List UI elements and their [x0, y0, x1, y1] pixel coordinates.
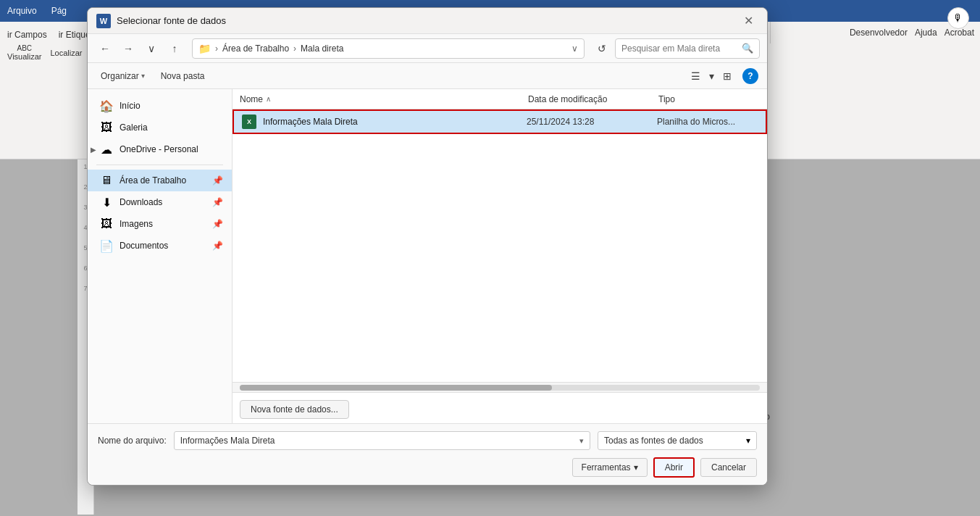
- sidebar-inicio-label: Início: [120, 101, 223, 111]
- downloads-icon: ⬇: [99, 196, 114, 209]
- dialog-titlebar: W Selecionar fonte de dados ✕: [88, 8, 767, 34]
- onedrive-icon: ☁: [99, 143, 114, 157]
- images-icon: 🖼: [99, 217, 114, 230]
- menu-acrobat[interactable]: Acrobat: [945, 28, 974, 38]
- table-row[interactable]: X Informações Mala Direta 25/11/2024 13:…: [233, 109, 767, 134]
- sidebar-downloads-label: Downloads: [120, 197, 206, 207]
- open-button[interactable]: Abrir: [653, 457, 695, 478]
- gallery-icon: 🖼: [99, 121, 114, 134]
- home-icon: 🏠: [99, 99, 114, 113]
- sidebar-imagens-label: Imagens: [120, 219, 206, 229]
- filename-dropdown-icon[interactable]: ▾: [579, 436, 584, 446]
- sidebar-galeria-label: Galeria: [120, 122, 223, 133]
- tools-button[interactable]: Ferramentas ▾: [572, 458, 648, 477]
- sidebar-item-onedrive[interactable]: ▶ ☁ OneDrive - Personal: [88, 138, 232, 160]
- nova-fonte-button[interactable]: Nova fonte de dados...: [240, 400, 349, 419]
- filelist-header: Nome ∧ Data de modificação Tipo: [233, 89, 767, 109]
- sidebar-item-documentos[interactable]: 📄 Documentos 📌: [88, 235, 232, 257]
- documents-icon: 📄: [99, 239, 114, 253]
- path-segment-desktop[interactable]: Área de Trabalho: [222, 43, 289, 54]
- sidebar-onedrive-label: OneDrive - Personal: [120, 144, 223, 154]
- organizar-button[interactable]: Organizar ▾: [96, 70, 149, 83]
- file-type-cell: Planilha do Micros...: [657, 117, 758, 127]
- view-grid-button[interactable]: ⊞: [719, 68, 735, 84]
- back-button[interactable]: ←: [95, 38, 115, 59]
- microphone-button[interactable]: 🎙: [947, 7, 969, 29]
- scrollbar-track: [240, 385, 760, 391]
- filename-label: Nome do arquivo:: [98, 436, 167, 446]
- col-name-header[interactable]: Nome ∧: [240, 94, 528, 104]
- sidebar-area-trabalho-label: Área de Trabalho: [120, 175, 206, 186]
- filename-row: Nome do arquivo: Informações Mala Direta…: [98, 431, 757, 450]
- view-grid-icon: ⊞: [723, 70, 732, 82]
- up-button[interactable]: ↑: [164, 38, 185, 59]
- sidebar-item-downloads[interactable]: ⬇ Downloads 📌: [88, 191, 232, 213]
- view-list-icon: ☰: [691, 70, 700, 82]
- menu-ajuda[interactable]: Ajuda: [915, 28, 937, 38]
- filetype-value: Todas as fontes de dados: [604, 436, 746, 446]
- sidebar-divider: [96, 165, 223, 165]
- menu-arquivo[interactable]: Arquivo: [7, 6, 37, 16]
- search-box[interactable]: 🔍: [615, 38, 760, 59]
- ribbon-visualizar[interactable]: Visualizar: [7, 52, 42, 61]
- menu-desenvolvedor[interactable]: Desenvolvedor: [850, 28, 908, 38]
- dropdown-button[interactable]: ∨: [141, 38, 162, 59]
- sidebar-item-galeria[interactable]: 🖼 Galeria: [88, 117, 232, 138]
- dialog-footer: Nome do arquivo: Informações Mala Direta…: [88, 423, 767, 485]
- sidebar-documentos-label: Documentos: [120, 241, 206, 251]
- sidebar-item-area-trabalho[interactable]: 🖥 Área de Trabalho 📌: [88, 170, 232, 191]
- onedrive-expander-icon: ▶: [91, 146, 96, 154]
- dialog-sidebar: 🏠 Início 🖼 Galeria ▶ ☁ OneDrive - Person…: [88, 89, 233, 423]
- imagens-pin-icon: 📌: [212, 219, 223, 229]
- sort-arrow-icon: ∧: [266, 95, 271, 103]
- col-type-header[interactable]: Tipo: [658, 94, 760, 104]
- search-input[interactable]: [621, 43, 737, 54]
- dialog-main: 🏠 Início 🖼 Galeria ▶ ☁ OneDrive - Person…: [88, 89, 767, 423]
- path-separator-2: ›: [293, 43, 296, 54]
- file-date-cell: 25/11/2024 13:28: [527, 117, 657, 127]
- help-button[interactable]: ?: [742, 68, 758, 84]
- select-datasource-dialog: W Selecionar fonte de dados ✕ ← → ∨ ↑ 📁 …: [87, 7, 768, 486]
- path-bar[interactable]: 📁 › Área de Trabalho › Mala direta ∨: [192, 38, 585, 59]
- sidebar-item-inicio[interactable]: 🏠 Início: [88, 95, 232, 117]
- tools-dropdown-icon: ▾: [634, 462, 638, 473]
- word-icon: W: [96, 14, 111, 28]
- col-date-header[interactable]: Data de modificação: [528, 94, 658, 104]
- view-dropdown-button[interactable]: ▾: [705, 68, 718, 84]
- filetype-select[interactable]: Todas as fontes de dados ▾: [598, 431, 757, 450]
- dialog-close-button[interactable]: ✕: [738, 11, 758, 31]
- organizar-dropdown-arrow: ▾: [141, 72, 145, 80]
- path-separator-1: ›: [215, 43, 218, 54]
- forward-button[interactable]: →: [118, 38, 138, 59]
- nova-pasta-button[interactable]: Nova pasta: [156, 70, 209, 83]
- path-folder-icon: 📁: [198, 43, 211, 54]
- file-excel-icon: X: [241, 114, 257, 130]
- scrollbar-thumb: [240, 385, 552, 391]
- documentos-pin-icon: 📌: [212, 241, 223, 251]
- view-list-button[interactable]: ☰: [687, 68, 704, 84]
- ribbon-localizar[interactable]: Localizar: [51, 49, 83, 57]
- dialog-actionbar: Organizar ▾ Nova pasta ☰ ▾ ⊞ ?: [88, 63, 767, 89]
- refresh-button[interactable]: ↺: [592, 38, 612, 59]
- menu-pag[interactable]: Pág: [51, 6, 67, 16]
- sidebar-item-imagens[interactable]: 🖼 Imagens 📌: [88, 213, 232, 235]
- footer-buttons: Ferramentas ▾ Abrir Cancelar: [98, 457, 757, 478]
- tools-label: Ferramentas: [582, 462, 631, 473]
- desktop-pin-icon: 📌: [212, 175, 223, 186]
- dialog-nav-toolbar: ← → ∨ ↑ 📁 › Área de Trabalho › Mala dire…: [88, 34, 767, 63]
- filename-input[interactable]: Informações Mala Direta ▾: [174, 431, 590, 450]
- new-source-area: Nova fonte de dados...: [233, 392, 767, 423]
- path-chevron-icon[interactable]: ∨: [571, 43, 578, 54]
- path-segment-mala[interactable]: Mala direta: [301, 43, 343, 54]
- microphone-icon: 🎙: [953, 12, 963, 24]
- desktop-icon: 🖥: [99, 174, 114, 187]
- cancel-button[interactable]: Cancelar: [700, 458, 757, 477]
- filename-value: Informações Mala Direta: [180, 436, 275, 446]
- file-name-cell: Informações Mala Direta: [263, 117, 527, 127]
- search-icon: 🔍: [742, 43, 753, 54]
- filelist-body: X Informações Mala Direta 25/11/2024 13:…: [233, 109, 767, 382]
- horizontal-scrollbar[interactable]: [233, 382, 767, 392]
- ribbon-group-campos: ir Campos: [7, 30, 47, 40]
- filetype-dropdown-icon: ▾: [746, 436, 750, 446]
- downloads-pin-icon: 📌: [212, 197, 223, 207]
